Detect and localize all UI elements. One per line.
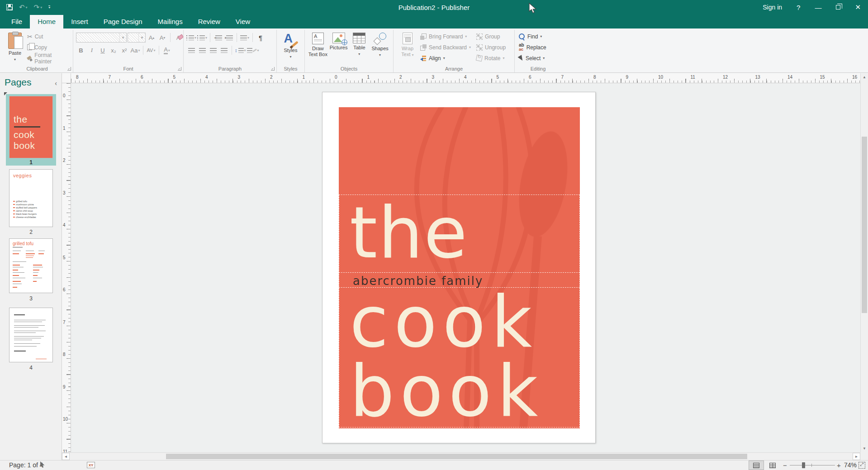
horizontal-scrollbar[interactable]: ◄ ► <box>62 452 860 460</box>
select-button[interactable]: Select▾ <box>517 53 548 63</box>
object-position-indicator[interactable]: XY <box>87 462 95 468</box>
clipboard-dialog-launcher[interactable] <box>67 67 71 71</box>
grow-font-button[interactable]: A▴ <box>147 33 157 43</box>
table-button[interactable]: Table ▾ <box>349 31 370 63</box>
cover-title-the[interactable]: the <box>350 198 468 268</box>
font-name-combo[interactable]: ▼ <box>76 33 127 43</box>
page-number-1[interactable]: 1 <box>6 159 56 166</box>
shapes-button[interactable]: Shapes ▾ <box>370 31 390 63</box>
pages-panel-collapse-icon[interactable]: ‹ <box>55 80 57 87</box>
zoom-in-button[interactable]: + <box>837 461 841 469</box>
numbering-button[interactable]: ▾ <box>197 33 207 43</box>
sign-in-button[interactable]: Sign in <box>755 0 789 14</box>
minimize-button[interactable]: — <box>807 0 829 14</box>
ungroup-icon <box>476 44 483 51</box>
page-number-2[interactable]: 2 <box>6 229 56 235</box>
close-button[interactable]: ✕ <box>848 0 868 14</box>
replace-button[interactable]: abacReplace <box>517 43 548 52</box>
tab-review[interactable]: Review <box>190 15 228 28</box>
customize-qat-button[interactable]: ▾ <box>48 5 50 9</box>
save-icon <box>6 4 13 10</box>
page-thumbnail-2[interactable]: veggies grilled tofumushroom pizzastuffe… <box>9 169 53 227</box>
cover-background[interactable]: the abercrombie family cook book <box>339 107 580 428</box>
tab-mailings[interactable]: Mailings <box>150 15 190 28</box>
align-button[interactable]: Align▾ <box>419 53 472 63</box>
subscript-button[interactable]: x₂ <box>109 45 119 55</box>
font-size-combo[interactable]: ▼ <box>128 33 146 43</box>
save-button[interactable] <box>6 4 13 10</box>
scroll-down-icon[interactable]: ▼ <box>861 445 868 452</box>
cut-button[interactable]: ✂Cut <box>26 32 70 41</box>
page-number-3[interactable]: 3 <box>6 295 56 302</box>
group-button[interactable]: Group <box>475 32 507 41</box>
zoom-slider-thumb[interactable] <box>802 462 805 468</box>
page-thumbnail-4[interactable] <box>9 308 53 362</box>
zoom-level[interactable]: 74% <box>844 461 857 469</box>
scroll-left-icon[interactable]: ◄ <box>62 453 70 460</box>
italic-button[interactable]: I <box>87 45 97 55</box>
page-thumbnail-3[interactable]: grilled tofu <box>9 238 53 293</box>
align-left-button[interactable] <box>186 45 196 55</box>
vertical-ruler[interactable]: 01234567891011 <box>62 83 71 452</box>
draw-text-box-button[interactable]: A DrawText Box <box>308 31 328 63</box>
bullets-button[interactable]: ▾ <box>186 33 196 43</box>
tab-view[interactable]: View <box>228 15 258 28</box>
fit-page-button[interactable] <box>859 462 865 469</box>
increase-indent-button[interactable]: ▸ <box>224 33 234 43</box>
columns-button[interactable]: ▾ <box>240 33 250 43</box>
pictures-button[interactable]: Pictures <box>328 31 349 63</box>
show-formatting-marks-button[interactable]: ¶ <box>256 33 266 43</box>
horizontal-scrollbar-thumb[interactable] <box>166 454 747 459</box>
vertical-scrollbar[interactable]: ▲ ▼ <box>860 73 868 452</box>
format-painter-button[interactable]: Format Painter <box>26 53 70 63</box>
rotate-button[interactable]: Rotate▾ <box>475 53 507 63</box>
superscript-button[interactable]: x² <box>119 45 129 55</box>
canvas[interactable]: the abercrombie family cook book <box>71 83 860 452</box>
paste-button[interactable]: Paste ▾ <box>4 31 26 63</box>
scroll-up-icon[interactable]: ▲ <box>861 73 868 81</box>
cover-title-book[interactable]: book <box>350 356 543 427</box>
tab-insert[interactable]: Insert <box>63 15 96 28</box>
tab-page-design[interactable]: Page Design <box>96 15 150 28</box>
line-spacing-button[interactable]: ↕▾ <box>235 45 246 55</box>
paragraph-fill-button[interactable]: ▾ <box>247 45 259 55</box>
clear-formatting-button[interactable]: A <box>173 33 183 43</box>
decrease-indent-button[interactable]: ◂ <box>213 33 223 43</box>
bold-button[interactable]: B <box>76 45 86 55</box>
redo-button[interactable]: ↷▾ <box>34 3 43 11</box>
tab-home[interactable]: Home <box>30 15 63 28</box>
underline-button[interactable]: U <box>98 45 108 55</box>
ungroup-button[interactable]: Ungroup <box>475 43 507 52</box>
page-thumbnail-1[interactable]: the cook book <box>9 96 53 158</box>
change-case-button[interactable]: Aa▾ <box>130 45 140 55</box>
cover-title-cook[interactable]: cook <box>350 287 537 357</box>
publication-page[interactable]: the abercrombie family cook book <box>322 92 596 443</box>
horizontal-ruler[interactable]: 87654321012345678910111213141516 <box>71 73 860 83</box>
wrap-text-button[interactable]: WrapText ▾ <box>396 31 419 63</box>
page-number-4[interactable]: 4 <box>6 365 56 371</box>
character-spacing-button[interactable]: AV▾ <box>146 45 156 55</box>
zoom-out-button[interactable]: − <box>783 461 787 469</box>
send-backward-button[interactable]: Send Backward▾ <box>419 43 472 52</box>
bring-forward-button[interactable]: Bring Forward▾ <box>419 32 472 41</box>
paragraph-dialog-launcher[interactable] <box>271 67 275 71</box>
find-button[interactable]: Find▾ <box>517 32 548 41</box>
restore-button[interactable] <box>829 0 848 14</box>
font-color-button[interactable]: A▾ <box>162 45 172 55</box>
font-dialog-launcher[interactable] <box>178 67 181 71</box>
tab-file[interactable]: File <box>4 15 30 28</box>
page-indicator[interactable]: Page: 1 of 4 <box>9 461 43 469</box>
align-right-button[interactable] <box>208 45 218 55</box>
vertical-scrollbar-thumb[interactable] <box>862 137 867 313</box>
align-center-button[interactable] <box>197 45 207 55</box>
copy-button[interactable]: Copy <box>26 43 70 52</box>
zoom-slider-track[interactable] <box>790 465 835 465</box>
justify-button[interactable] <box>219 45 229 55</box>
scroll-right-icon[interactable]: ► <box>853 453 860 460</box>
two-page-view-button[interactable] <box>766 461 779 470</box>
styles-button[interactable]: A Styles ▾ <box>280 31 302 63</box>
single-page-view-button[interactable] <box>749 461 764 470</box>
help-button[interactable]: ? <box>789 0 807 14</box>
undo-button[interactable]: ↶▾ <box>19 3 28 11</box>
shrink-font-button[interactable]: A▾ <box>157 33 167 43</box>
